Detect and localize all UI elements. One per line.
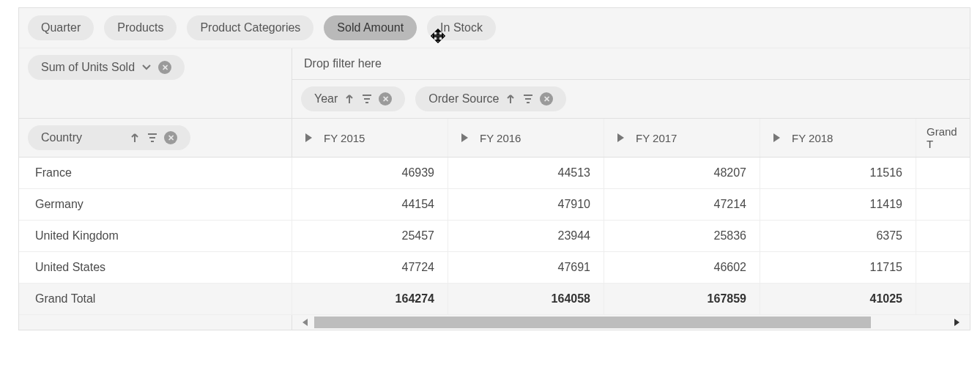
column-field-label: Year (314, 92, 338, 106)
row-label: United States (19, 252, 292, 283)
field-product-categories[interactable]: Product Categories (187, 15, 313, 40)
row-label: Germany (19, 189, 292, 220)
data-cell: 47910 (448, 189, 604, 220)
grand-total-row: Grand Total 164274 164058 167859 41025 (19, 284, 970, 315)
data-cell: 47214 (604, 189, 760, 220)
field-bar: Quarter Products Product Categories Sold… (19, 8, 970, 48)
pivot-grid: Quarter Products Product Categories Sold… (18, 7, 970, 330)
column-field-order-source[interactable]: Order Source ✕ (415, 86, 566, 111)
row-label: United Kingdom (19, 221, 292, 251)
data-cell: 167859 (604, 284, 760, 314)
data-cell (916, 158, 970, 188)
filter-icon[interactable] (361, 93, 373, 105)
field-quarter[interactable]: Quarter (28, 15, 94, 40)
data-cell (916, 221, 970, 251)
close-icon[interactable]: ✕ (164, 131, 177, 144)
table-row: United Kingdom 25457 23944 25836 6375 (19, 221, 970, 252)
data-cell: 6375 (760, 221, 916, 251)
column-header-fy2016[interactable]: FY 2016 (448, 119, 604, 157)
filter-drop-area[interactable]: Drop filter here (292, 48, 970, 80)
data-cell: 48207 (604, 158, 760, 188)
data-cell (916, 284, 970, 314)
close-icon[interactable]: ✕ (540, 92, 553, 106)
expand-icon[interactable] (773, 133, 780, 142)
scroll-spacer (19, 315, 292, 330)
close-icon[interactable]: ✕ (158, 61, 171, 74)
row-field-country[interactable]: Country ✕ (28, 125, 190, 150)
scroll-track[interactable] (292, 315, 970, 330)
filter-icon[interactable] (146, 132, 158, 144)
data-cell: 164058 (448, 284, 604, 314)
scroll-left-icon[interactable] (302, 319, 308, 326)
row-label: France (19, 158, 292, 188)
column-header-fy2018[interactable]: FY 2018 (760, 119, 916, 157)
measure-pill[interactable]: Sum of Units Sold ✕ (28, 55, 185, 80)
sort-asc-icon[interactable] (505, 93, 516, 105)
expand-icon[interactable] (617, 133, 624, 142)
data-cell: 44154 (292, 189, 448, 220)
column-header-row: Country ✕ FY 2015 FY 2016 FY 2017 FY 201… (19, 119, 970, 158)
scroll-thumb[interactable] (314, 317, 871, 328)
field-sold-amount[interactable]: Sold Amount (324, 15, 417, 40)
table-row: Germany 44154 47910 47214 11419 (19, 189, 970, 221)
column-field-year[interactable]: Year ✕ (301, 86, 405, 111)
data-cell: 44513 (448, 158, 604, 188)
row-field-area: Country ✕ (19, 119, 292, 157)
expand-icon[interactable] (461, 133, 468, 142)
column-header-grand-total[interactable]: Grand T (916, 119, 970, 157)
scroll-right-icon[interactable] (954, 319, 959, 326)
data-cell: 41025 (760, 284, 916, 314)
chevron-down-icon[interactable] (141, 62, 152, 73)
column-field-label: Order Source (428, 92, 499, 106)
data-cell: 11419 (760, 189, 916, 220)
data-cell: 11715 (760, 252, 916, 283)
sort-asc-icon[interactable] (344, 93, 355, 105)
table-row: France 46939 44513 48207 11516 (19, 158, 970, 189)
measure-area: Sum of Units Sold ✕ (19, 48, 292, 118)
close-icon[interactable]: ✕ (379, 92, 392, 106)
filter-icon[interactable] (522, 93, 534, 105)
sort-asc-icon[interactable] (129, 132, 141, 144)
horizontal-scrollbar (19, 315, 970, 330)
data-cell: 47724 (292, 252, 448, 283)
data-cell: 164274 (292, 284, 448, 314)
data-cell: 11516 (760, 158, 916, 188)
table-row: United States 47724 47691 46602 11715 (19, 252, 970, 284)
expand-icon[interactable] (305, 133, 312, 142)
data-cell (916, 189, 970, 220)
data-cell: 46602 (604, 252, 760, 283)
column-header-fy2015[interactable]: FY 2015 (292, 119, 448, 157)
column-fields-area: Year ✕ Order Source ✕ (292, 80, 970, 118)
config-row: Sum of Units Sold ✕ Drop filter here Yea… (19, 48, 970, 119)
data-cell: 25457 (292, 221, 448, 251)
column-header-fy2017[interactable]: FY 2017 (604, 119, 760, 157)
data-cell: 47691 (448, 252, 604, 283)
data-cell (916, 252, 970, 283)
measure-label: Sum of Units Sold (41, 61, 135, 74)
data-cell: 23944 (448, 221, 604, 251)
row-label: Grand Total (19, 284, 292, 314)
field-in-stock[interactable]: In Stock (427, 15, 496, 40)
row-field-label: Country (41, 131, 82, 144)
data-cell: 46939 (292, 158, 448, 188)
data-cell: 25836 (604, 221, 760, 251)
field-products[interactable]: Products (104, 15, 177, 40)
